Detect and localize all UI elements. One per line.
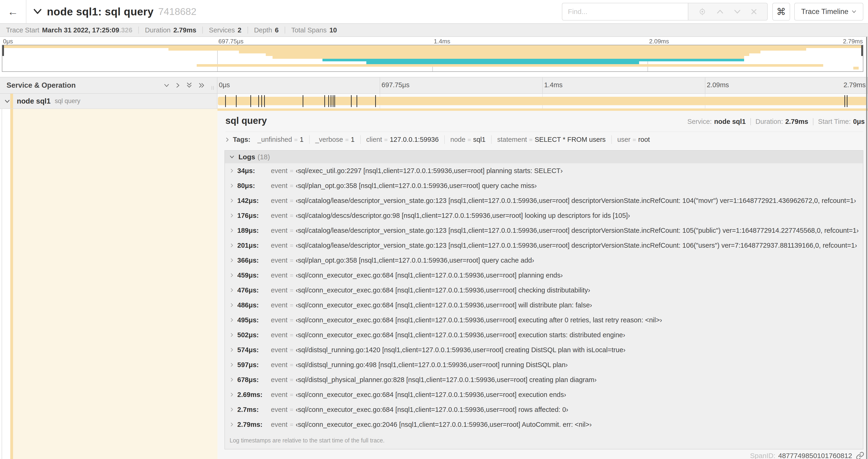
log-timestamp: 2.79ms: xyxy=(237,421,269,428)
equals-sign: = xyxy=(290,302,293,309)
log-field-value: ‹sql/catalog/lease/descriptor_version_st… xyxy=(296,197,856,204)
tags-label[interactable]: Tags: xyxy=(233,136,250,143)
meta-item: Trace StartMarch 31 2022, 17:25:09.326 xyxy=(6,26,132,34)
meta-item-label: Total Spans xyxy=(291,26,327,34)
meta-divider xyxy=(285,27,285,34)
chevron-right-icon xyxy=(230,347,234,352)
span-name-column[interactable]: node sql1 sql query xyxy=(0,94,217,108)
log-row[interactable]: 34μs:event=‹sql/exec_util.go:2297 [nsql1… xyxy=(229,163,863,178)
equals-sign: = xyxy=(468,136,471,143)
log-row[interactable]: 2.7ms:event=‹sql/conn_executor_exec.go:6… xyxy=(229,402,863,417)
log-row[interactable]: 176μs:event=‹sql/catalog/descs/descripto… xyxy=(229,208,863,223)
log-field-value: ‹sql/catalog/descs/descriptor.go:98 [nsq… xyxy=(296,212,630,220)
minimap-span-bar xyxy=(2,45,863,48)
collapse-all-icon[interactable] xyxy=(186,82,192,89)
equals-sign: = xyxy=(345,136,349,143)
log-row[interactable]: 2.69ms:event=‹sql/conn_executor_exec.go:… xyxy=(229,387,863,402)
log-row[interactable]: 495μs:event=‹sql/conn_executor_exec.go:6… xyxy=(229,313,863,327)
tag-value: sql1 xyxy=(473,136,486,143)
collapse-span-chevron-icon[interactable] xyxy=(4,99,10,103)
minimap-span-bar xyxy=(197,64,823,67)
detail-stat-label: Duration: xyxy=(755,118,783,126)
log-row[interactable]: 189μs:event=‹sql/catalog/lease/descripto… xyxy=(229,223,863,238)
expand-one-icon[interactable] xyxy=(176,82,180,88)
log-marker xyxy=(334,95,335,107)
log-row[interactable]: 142μs:event=‹sql/catalog/lease/descripto… xyxy=(229,193,863,208)
span-row: node sql1 sql query xyxy=(0,94,868,108)
keyboard-shortcuts-button[interactable]: ⌘ xyxy=(772,3,790,21)
log-row[interactable]: 459μs:event=‹sql/conn_executor_exec.go:6… xyxy=(229,268,863,283)
tags-accordion: Tags: _unfinished=1_verbose=1client=127.… xyxy=(217,132,868,147)
tag-value: 127.0.0.1:59936 xyxy=(390,136,439,143)
deep-link-icon[interactable] xyxy=(856,452,864,459)
detail-stat-divider xyxy=(813,118,813,125)
meta-item: Services2 xyxy=(209,26,241,34)
indent-guide-line xyxy=(2,109,2,459)
span-service-name: node sql1 xyxy=(17,97,51,105)
service-operation-label: Service & Operation xyxy=(6,81,75,90)
chevron-right-icon xyxy=(230,288,234,293)
log-field-value: ‹sql/plan_opt.go:358 [nsql1,client=127.0… xyxy=(296,182,537,190)
collapse-trace-chevron-icon[interactable] xyxy=(33,8,42,15)
log-marker xyxy=(375,95,376,107)
chevron-up-icon[interactable] xyxy=(717,9,723,14)
expand-all-icon[interactable] xyxy=(198,82,205,89)
column-resizer-grip[interactable] xyxy=(212,86,214,90)
meta-item-value: 6 xyxy=(275,26,279,34)
detail-stat-label: Start Time: xyxy=(818,118,851,126)
tags-list: _unfinished=1_verbose=1client=127.0.0.1:… xyxy=(252,135,655,144)
log-marker xyxy=(303,95,303,107)
log-field-key: event xyxy=(271,376,287,384)
tag-value: SELECT * FROM users xyxy=(535,136,606,143)
meta-item-value: March 31 2022, 17:25:09 xyxy=(42,26,119,34)
log-field-key: event xyxy=(271,257,287,264)
log-field-value: ‹sql/distsql_physical_planner.go:828 [ns… xyxy=(296,376,597,384)
chevron-down-icon[interactable] xyxy=(734,9,741,14)
log-marker xyxy=(264,95,265,107)
log-row[interactable]: 201μs:event=‹sql/catalog/lease/descripto… xyxy=(229,238,863,253)
equals-sign: = xyxy=(290,212,293,219)
find-input[interactable] xyxy=(562,3,688,21)
log-field-key: event xyxy=(271,421,287,428)
log-row[interactable]: 597μs:event=‹sql/distsql_running.go:498 … xyxy=(229,357,863,372)
back-button[interactable]: ← xyxy=(0,0,26,23)
meta-item: Duration2.79ms xyxy=(145,26,196,34)
log-row[interactable]: 2.79ms:event=‹sql/conn_executor_exec.go:… xyxy=(229,417,863,432)
collapse-one-icon[interactable] xyxy=(163,83,169,88)
minimap-range-handle-left[interactable] xyxy=(2,45,4,56)
ruler-time-label: 0μs xyxy=(217,81,230,89)
ruler-time-label: 1.4ms xyxy=(543,81,563,89)
locate-icon[interactable] xyxy=(699,8,706,15)
span-detail-panel: sql query Service:node sql1Duration:2.79… xyxy=(217,108,868,459)
log-row[interactable]: 366μs:event=‹sql/plan_opt.go:358 [nsql1,… xyxy=(229,253,863,268)
view-selector-button[interactable]: Trace Timeline xyxy=(794,3,863,21)
log-field-value: ‹sql/distsql_running.go:498 [nsql1,clien… xyxy=(296,361,568,369)
log-row[interactable]: 502μs:event=‹sql/conn_executor_exec.go:6… xyxy=(229,327,863,342)
tag-key: user xyxy=(617,136,630,143)
log-row[interactable]: 486μs:event=‹sql/conn_executor_exec.go:6… xyxy=(229,298,863,313)
span-id-row: SpanID: 4877749850101760812 xyxy=(217,450,868,459)
clear-icon[interactable] xyxy=(751,9,757,15)
minimap-span-bar xyxy=(273,56,744,59)
minimap-range-handle-right[interactable] xyxy=(861,45,863,56)
log-row[interactable]: 678μs:event=‹sql/distsql_physical_planne… xyxy=(229,372,863,387)
log-row[interactable]: 574μs:event=‹sql/distsql_running.go:1420… xyxy=(229,342,863,357)
log-row[interactable]: 476μs:event=‹sql/conn_executor_exec.go:6… xyxy=(229,283,863,298)
log-field-value: ‹sql/catalog/lease/descriptor_version_st… xyxy=(296,242,857,249)
trace-minimap: 0μs697.75μs1.4ms2.09ms2.79ms xyxy=(0,37,868,72)
span-duration-bar[interactable] xyxy=(218,97,867,105)
minimap-canvas[interactable] xyxy=(2,45,863,72)
detail-column-fill xyxy=(13,109,217,459)
command-icon: ⌘ xyxy=(777,6,786,17)
tag-value: 1 xyxy=(300,136,304,143)
chevron-right-icon[interactable] xyxy=(225,137,229,142)
logs-header[interactable]: Logs (18) xyxy=(225,151,863,163)
scrollbar[interactable] xyxy=(866,37,867,459)
detail-stat-label: Service: xyxy=(687,118,712,126)
log-field-key: event xyxy=(271,242,287,249)
log-field-value: ‹sql/conn_executor_exec.go:684 [nsql1,cl… xyxy=(296,271,563,279)
log-row[interactable]: 80μs:event=‹sql/plan_opt.go:358 [nsql1,c… xyxy=(229,178,863,193)
log-field-key: event xyxy=(271,361,287,369)
equals-sign: = xyxy=(290,421,293,428)
tag-value: 1 xyxy=(351,136,354,143)
